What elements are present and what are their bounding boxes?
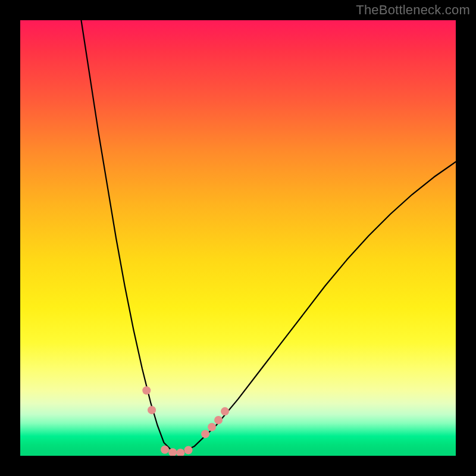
data-point (214, 416, 223, 424)
data-point (161, 446, 169, 454)
data-point (184, 446, 193, 454)
chart-container: TheBottleneck.com (0, 0, 476, 476)
data-point (221, 407, 229, 415)
data-point (148, 406, 156, 414)
markers-group (142, 386, 229, 456)
data-point (142, 386, 151, 394)
chart-svg (20, 20, 456, 456)
data-point (208, 423, 216, 431)
data-point (176, 449, 184, 456)
main-curve (81, 20, 456, 453)
watermark-text: TheBottleneck.com (356, 2, 470, 18)
plot-area (20, 20, 456, 456)
data-point (201, 430, 209, 438)
